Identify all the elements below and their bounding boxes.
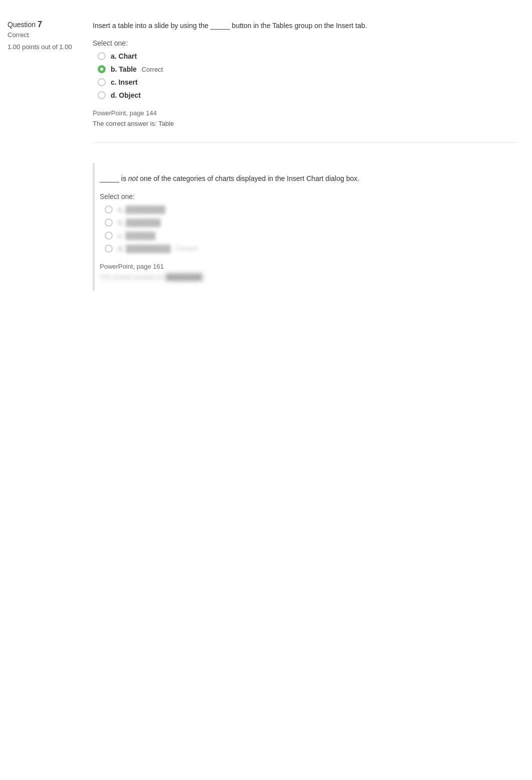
reference-1: PowerPoint, page 144 xyxy=(93,109,517,117)
option-2b-label: b. ███████ xyxy=(118,219,161,227)
question-2-blank: _____ xyxy=(100,174,119,182)
question-status: Correct xyxy=(8,31,80,39)
option-2b[interactable]: b. ███████ xyxy=(105,219,517,227)
option-b-label: b. Table xyxy=(111,65,137,73)
sidebar: Question 7 Correct 1.00 points out of 1.… xyxy=(0,10,88,770)
option-2d-label: d. █████████ xyxy=(118,245,171,253)
radio-d[interactable] xyxy=(98,91,106,99)
option-d-label: d. Object xyxy=(111,91,141,99)
points-label: 1.00 points out of 1.00 xyxy=(8,43,80,52)
question-2-italic: not xyxy=(128,174,138,182)
option-2a-label: a. ████████ xyxy=(118,206,165,214)
question-label: Question 7 xyxy=(8,20,80,29)
option-a-label: a. Chart xyxy=(111,52,137,60)
select-one-label-1: Select one: xyxy=(93,39,517,47)
radio-2c[interactable] xyxy=(105,232,113,240)
question-text: Question xyxy=(8,21,36,29)
radio-2d[interactable] xyxy=(105,245,113,253)
option-a[interactable]: a. Chart xyxy=(98,52,517,60)
question-2-text: _____ is not one of the categories of ch… xyxy=(100,173,517,184)
radio-2b[interactable] xyxy=(105,219,113,227)
option-d[interactable]: d. Object xyxy=(98,91,517,99)
question-1-text: Insert a table into a slide by using the… xyxy=(93,20,517,31)
options-list-2: a. ████████ b. ███████ c. ██████ d. ████… xyxy=(105,206,517,253)
question-number: 7 xyxy=(38,20,42,29)
correct-badge: Correct xyxy=(142,66,163,73)
radio-b[interactable] xyxy=(98,65,106,73)
option-2d[interactable]: d. █████████ Correct xyxy=(105,245,517,253)
select-one-label-2: Select one: xyxy=(100,192,517,201)
option-b[interactable]: b. Table Correct xyxy=(98,65,517,73)
answer-1: The correct answer is: Table xyxy=(93,120,517,127)
option-2a[interactable]: a. ████████ xyxy=(105,206,517,214)
option-2c[interactable]: c. ██████ xyxy=(105,232,517,240)
option-2c-label: c. ██████ xyxy=(118,232,155,240)
question-1-block: Insert a table into a slide by using the… xyxy=(93,20,517,143)
option-c-label: c. Insert xyxy=(111,78,138,86)
options-list-1: a. Chart b. Table Correct c. Insert d. O… xyxy=(98,52,517,99)
question-2-block: _____ is not one of the categories of ch… xyxy=(93,163,517,290)
answer-2: The correct answer is: ████████ xyxy=(100,273,517,281)
radio-2a[interactable] xyxy=(105,206,113,214)
correct-badge-2: Correct xyxy=(176,245,197,252)
radio-c[interactable] xyxy=(98,78,106,86)
reference-2: PowerPoint, page 161 xyxy=(100,263,517,270)
radio-a[interactable] xyxy=(98,52,106,60)
option-c[interactable]: c. Insert xyxy=(98,78,517,86)
main-content: Insert a table into a slide by using the… xyxy=(88,10,532,770)
